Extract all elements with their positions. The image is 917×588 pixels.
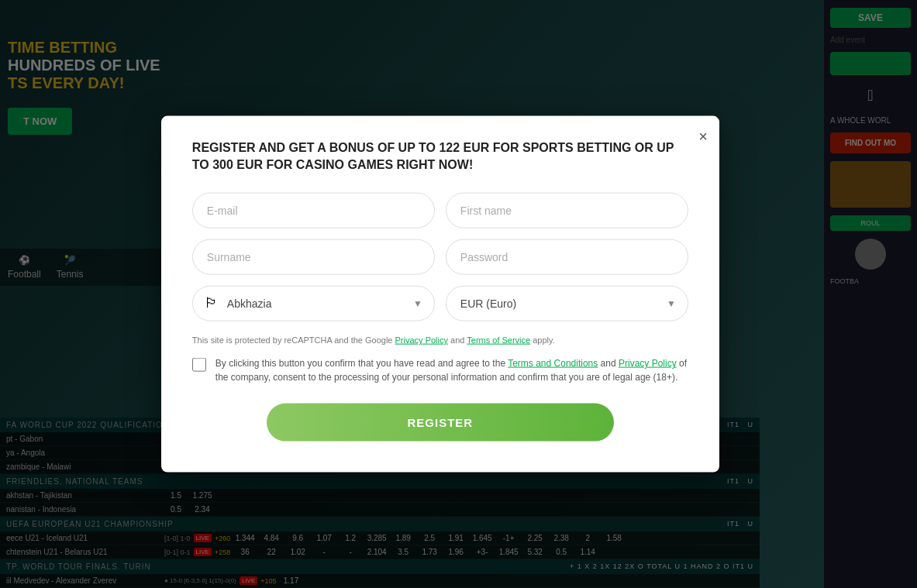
password-field[interactable]	[446, 239, 688, 275]
recaptcha-notice: This site is protected by reCAPTCHA and …	[192, 335, 688, 345]
email-field[interactable]	[192, 193, 435, 229]
privacy-link2[interactable]: Privacy Policy	[619, 358, 677, 369]
consent-checkbox[interactable]	[192, 358, 206, 372]
close-button[interactable]: ×	[698, 127, 708, 145]
privacy-policy-link[interactable]: Privacy Policy	[395, 335, 448, 345]
form-grid: 🏳 Abkhazia Afghanistan Albania ▼ EUR (Eu…	[192, 193, 688, 322]
consent-text: By clicking this button you confirm that…	[215, 356, 688, 384]
register-button[interactable]: REGISTER	[267, 404, 614, 442]
currency-select-wrapper: EUR (Euro) USD (Dollar) GBP (Pound) ▼	[446, 286, 688, 322]
currency-select[interactable]: EUR (Euro) USD (Dollar) GBP (Pound)	[446, 286, 688, 322]
country-select[interactable]: Abkhazia Afghanistan Albania	[192, 286, 435, 322]
registration-modal: × REGISTER AND GET A BONUS OF UP TO 122 …	[161, 115, 719, 473]
modal-title: REGISTER AND GET A BONUS OF UP TO 122 EU…	[192, 139, 688, 174]
terms-conditions-link[interactable]: Terms and Conditions	[508, 358, 598, 369]
surname-field[interactable]	[192, 239, 435, 275]
terms-of-service-link[interactable]: Terms of Service	[467, 335, 530, 345]
consent-row: By clicking this button you confirm that…	[192, 356, 688, 384]
firstname-field[interactable]	[446, 193, 688, 229]
country-select-wrapper: 🏳 Abkhazia Afghanistan Albania ▼	[192, 286, 435, 322]
